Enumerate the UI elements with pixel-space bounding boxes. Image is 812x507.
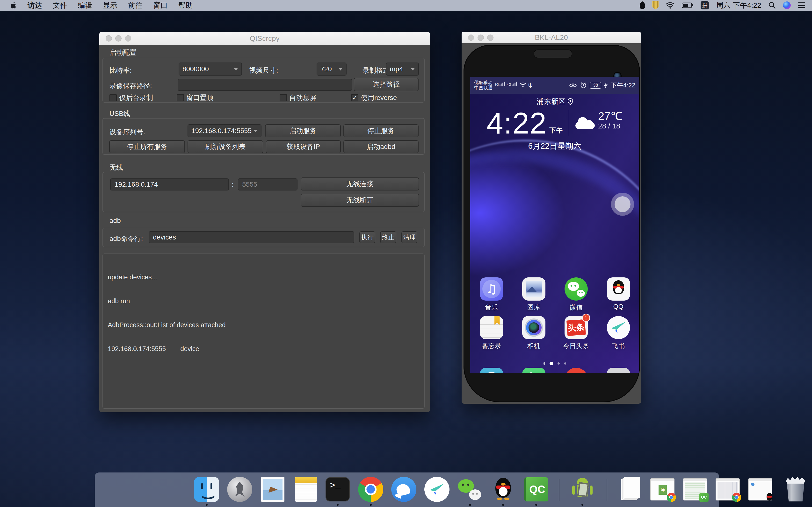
wireless-connect-button[interactable]: 无线连接 <box>301 177 419 190</box>
menu-edit[interactable]: 编辑 <box>78 0 92 10</box>
dock-seal-app[interactable] <box>391 477 416 502</box>
bitrate-combobox[interactable]: 8000000 <box>179 62 242 75</box>
dock-terminal[interactable]: >_ <box>325 477 350 502</box>
page-dot[interactable] <box>544 362 545 365</box>
adb-log-output[interactable]: update devices... adb run AdbProcess::ou… <box>102 253 424 409</box>
toutiao-app-icon[interactable]: 头条 1 <box>564 316 588 339</box>
battery-icon[interactable] <box>682 2 693 8</box>
input-method-badge[interactable]: 拼 <box>701 1 709 9</box>
phone-window-titlebar[interactable]: BKL-AL20 <box>462 32 641 43</box>
spotlight-search-icon[interactable] <box>768 2 776 9</box>
dock-minimized-window-2[interactable]: QC <box>683 477 708 502</box>
music-app-icon[interactable] <box>480 277 503 300</box>
close-button[interactable] <box>106 35 112 42</box>
choose-path-button[interactable]: 选择路径 <box>354 78 418 91</box>
adb-clear-button[interactable]: 清理 <box>401 231 417 243</box>
dialer-app-icon[interactable] <box>522 368 546 373</box>
menu-help[interactable]: 帮助 <box>179 0 193 10</box>
stop-all-services-button[interactable]: 停止所有服务 <box>109 140 185 153</box>
checkbox-box[interactable] <box>351 94 358 101</box>
wireless-port-input[interactable] <box>238 178 298 190</box>
app-toutiao[interactable]: 头条 1 今日头条 <box>555 316 597 350</box>
clock-weather-widget[interactable]: 浦东新区 4:22 下午 27℃ 28 / 18 <box>470 97 639 152</box>
app-notes[interactable]: 备忘录 <box>470 316 513 350</box>
siri-icon[interactable] <box>783 1 791 9</box>
qq-app-icon[interactable] <box>607 277 630 300</box>
menu-finder[interactable]: 访达 <box>28 0 42 10</box>
start-service-button[interactable]: 启动服务 <box>265 124 341 137</box>
start-adbd-button[interactable]: 启动adbd <box>343 140 418 153</box>
dock-trash[interactable] <box>783 477 808 502</box>
page-dot[interactable] <box>558 362 560 364</box>
device-serial-combobox[interactable]: 192.168.0.174:5555 <box>188 124 261 137</box>
minimize-button[interactable] <box>115 35 121 42</box>
adb-stop-button[interactable]: 终止 <box>380 231 396 243</box>
wireless-ip-input[interactable] <box>110 178 229 190</box>
notes-app-icon[interactable] <box>480 316 503 339</box>
checkbox-always-on-top[interactable]: 窗口置顶 <box>176 93 213 102</box>
menu-view[interactable]: 显示 <box>103 0 117 10</box>
penguin-statusitem-icon[interactable] <box>640 1 645 9</box>
dock-minimized-window-4[interactable] <box>748 477 773 502</box>
page-dot-active[interactable] <box>550 362 553 365</box>
gallery-app-icon[interactable] <box>522 277 546 300</box>
record-format-combobox[interactable]: mp4 <box>386 62 419 75</box>
refresh-device-list-button[interactable]: 刷新设备列表 <box>188 140 263 153</box>
dock-minimized-window-3[interactable] <box>716 477 741 502</box>
zoom-button[interactable] <box>125 35 131 42</box>
page-dot[interactable] <box>564 362 566 364</box>
dock-qtscrcpy[interactable]: QC <box>524 477 549 502</box>
messages-app-icon[interactable] <box>480 368 503 373</box>
app-gallery[interactable]: 图库 <box>513 277 555 312</box>
camera-app-icon[interactable] <box>522 316 546 339</box>
notification-center-icon[interactable] <box>798 2 805 8</box>
dock-wechat[interactable] <box>457 477 483 502</box>
dock-documents-stack[interactable] <box>618 477 643 502</box>
adb-command-input[interactable] <box>149 231 354 243</box>
assistive-touch-ball[interactable] <box>615 196 630 212</box>
dock-app-messages[interactable]: 信息 <box>470 368 513 373</box>
dock-mail[interactable] <box>260 477 286 502</box>
zoom-button[interactable] <box>487 35 494 41</box>
chrome-app-icon[interactable] <box>564 368 588 373</box>
checkbox-background-record[interactable]: 仅后台录制 <box>109 93 153 102</box>
shield-statusitem-icon[interactable] <box>652 1 659 9</box>
feishu-app-icon[interactable] <box>607 316 630 339</box>
dock-android-mirror[interactable] <box>570 477 595 502</box>
checkbox-box[interactable] <box>176 94 184 101</box>
dock-qq[interactable] <box>491 477 516 502</box>
dock-finder[interactable] <box>194 477 219 502</box>
checkbox-screen-off[interactable]: 自动息屏 <box>280 93 316 102</box>
checkbox-use-reverse[interactable]: 使用reverse <box>351 93 397 102</box>
checkbox-box[interactable] <box>280 94 287 101</box>
app-qq[interactable]: QQ <box>597 277 639 311</box>
stop-service-button[interactable]: 停止服务 <box>343 124 418 137</box>
dock-app-settings[interactable]: 设置 <box>597 368 639 373</box>
app-music[interactable]: 音乐 <box>470 277 513 312</box>
checkbox-box[interactable] <box>109 94 117 101</box>
dock-app-dialer[interactable]: 拨号 <box>513 368 555 373</box>
dock-notes[interactable] <box>293 477 318 502</box>
dock-chrome[interactable] <box>358 477 383 502</box>
dock-launchpad[interactable] <box>227 477 252 502</box>
wifi-icon[interactable] <box>666 2 674 9</box>
phone-screen[interactable]: 优酷移动 中国联通 3G 4G ψ <box>470 77 639 373</box>
wechat-app-icon[interactable] <box>564 277 588 300</box>
dock-minimized-window-1[interactable]: 坤 <box>650 477 675 502</box>
close-button[interactable] <box>468 35 474 41</box>
app-camera[interactable]: 相机 <box>513 316 555 350</box>
record-path-input[interactable] <box>177 79 352 91</box>
minimize-button[interactable] <box>477 35 484 41</box>
home-page-dots[interactable] <box>544 362 566 365</box>
app-feishu[interactable]: 飞书 <box>597 316 639 350</box>
menubar-clock[interactable]: 周六 下午4:22 <box>716 0 761 10</box>
adb-run-button[interactable]: 执行 <box>359 231 375 243</box>
app-wechat[interactable]: 微信 <box>555 277 597 312</box>
menu-file[interactable]: 文件 <box>53 0 67 10</box>
apple-menu-icon[interactable] <box>11 2 17 9</box>
video-size-combobox[interactable]: 720 <box>317 62 347 75</box>
menu-window[interactable]: 窗口 <box>153 0 168 10</box>
settings-app-icon[interactable] <box>607 368 630 373</box>
get-device-ip-button[interactable]: 获取设备IP <box>266 140 341 153</box>
menu-go[interactable]: 前往 <box>128 0 143 10</box>
